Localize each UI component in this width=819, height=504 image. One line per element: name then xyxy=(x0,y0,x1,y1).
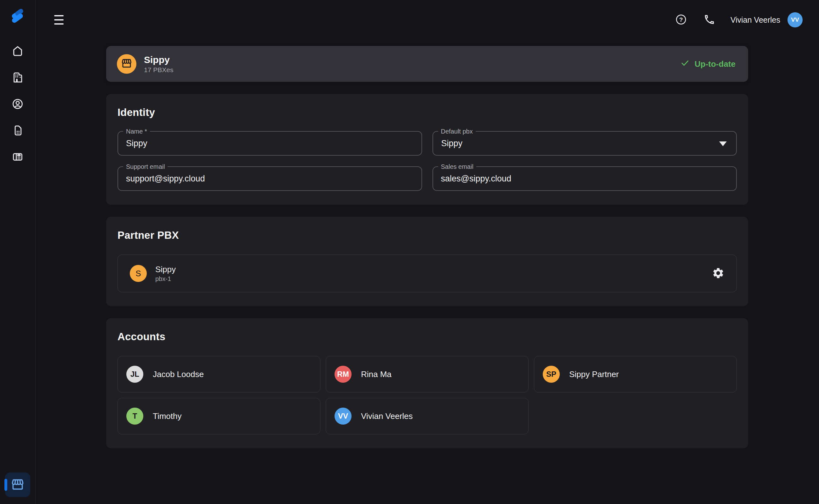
content: Sippy 17 PBXes Up-to-date Identity xyxy=(106,46,748,448)
app: ? Vivian Veerles VV xyxy=(0,0,819,504)
pbx-id: pbx-1 xyxy=(155,275,176,283)
gear-icon xyxy=(712,267,725,280)
sidebar-item-phones[interactable] xyxy=(11,151,25,164)
support-email-label: Support email xyxy=(123,163,168,171)
sales-email-label: Sales email xyxy=(438,163,476,171)
accounts-grid: JL Jacob Loodse RM Rina Ma SP Sippy Part… xyxy=(117,356,737,434)
sidebar-nav xyxy=(11,45,25,164)
phone-icon xyxy=(703,14,715,26)
user-menu[interactable]: Vivian Veerles VV xyxy=(730,12,803,27)
accounts-title: Accounts xyxy=(117,331,737,343)
account-avatar: JL xyxy=(126,366,143,383)
partner-avatar xyxy=(117,54,136,74)
pbx-name: Sippy xyxy=(155,265,176,274)
help-icon: ? xyxy=(675,14,687,26)
partner-header-texts: Sippy 17 PBXes xyxy=(144,54,173,74)
default-pbx-value: Sippy xyxy=(433,132,736,155)
status-label: Up-to-date xyxy=(695,59,736,69)
sidebar-item-home[interactable] xyxy=(11,45,25,58)
topbar: ? Vivian Veerles VV xyxy=(36,0,819,40)
pbx-list-item[interactable]: S Sippy pbx-1 xyxy=(117,255,737,292)
account-item-vivian-veerles[interactable]: VV Vivian Veerles xyxy=(326,398,529,434)
account-name: Vivian Veerles xyxy=(361,411,413,421)
partner-pbx-title: Partner PBX xyxy=(117,229,737,241)
partner-name: Sippy xyxy=(144,54,173,65)
name-field-label: Name * xyxy=(123,127,150,135)
support-email-field-wrapper: Support email xyxy=(117,166,422,191)
check-icon xyxy=(680,58,690,70)
storefront-icon xyxy=(121,58,132,70)
user-avatar: VV xyxy=(787,12,803,27)
account-name: Rina Ma xyxy=(361,369,392,379)
name-input[interactable] xyxy=(118,132,421,155)
sidebar-item-users[interactable] xyxy=(11,98,25,111)
sidebar-item-companies[interactable] xyxy=(11,71,25,84)
building-icon xyxy=(11,71,24,85)
account-avatar: RM xyxy=(335,366,352,383)
account-item-sippy-partner[interactable]: SP Sippy Partner xyxy=(534,356,737,392)
account-avatar: T xyxy=(126,408,143,425)
partner-header-card: Sippy 17 PBXes Up-to-date xyxy=(106,46,748,82)
account-item-timothy[interactable]: T Timothy xyxy=(117,398,320,434)
main-area: ? Vivian Veerles VV xyxy=(36,0,819,504)
sidebar-item-partner-store-active[interactable] xyxy=(5,473,30,497)
account-item-jacob-loodse[interactable]: JL Jacob Loodse xyxy=(117,356,320,392)
identity-card: Identity Name * Default pbx Sippy Suppor… xyxy=(106,94,748,205)
sales-email-field-wrapper: Sales email xyxy=(432,166,737,191)
account-item-rina-ma[interactable]: RM Rina Ma xyxy=(326,356,529,392)
account-name: Jacob Loodse xyxy=(153,369,204,379)
desk-phone-icon xyxy=(11,151,24,164)
status-badge: Up-to-date xyxy=(680,58,736,70)
chevron-down-icon xyxy=(719,141,727,146)
svg-text:?: ? xyxy=(679,16,683,23)
storefront-icon xyxy=(11,478,25,492)
hamburger-icon xyxy=(54,15,64,16)
name-field-wrapper: Name * xyxy=(117,131,422,156)
menu-button[interactable] xyxy=(54,13,64,26)
topbar-right: ? Vivian Veerles VV xyxy=(675,12,803,27)
default-pbx-label: Default pbx xyxy=(438,127,476,135)
account-avatar: SP xyxy=(543,366,560,383)
account-name: Timothy xyxy=(153,411,182,421)
account-avatar: VV xyxy=(335,408,352,425)
identity-fields: Name * Default pbx Sippy Support email S… xyxy=(117,131,737,191)
sippy-logo-icon xyxy=(8,6,27,25)
accounts-card: Accounts JL Jacob Loodse RM Rina Ma SP S… xyxy=(106,318,748,448)
sidebar-item-sims[interactable] xyxy=(11,124,25,137)
sales-email-input[interactable] xyxy=(433,167,736,190)
pbx-settings-button[interactable] xyxy=(711,266,726,282)
user-name: Vivian Veerles xyxy=(730,15,780,25)
help-button[interactable]: ? xyxy=(675,14,687,26)
sim-card-icon xyxy=(11,124,24,138)
partner-pbx-card: Partner PBX S Sippy pbx-1 xyxy=(106,217,748,306)
sidebar xyxy=(0,0,36,504)
default-pbx-select[interactable]: Default pbx Sippy xyxy=(432,131,737,156)
pbx-avatar: S xyxy=(130,265,147,282)
partner-pbx-count: 17 PBXes xyxy=(144,66,173,74)
home-icon xyxy=(11,45,24,58)
identity-title: Identity xyxy=(117,106,737,118)
active-indicator xyxy=(4,479,7,491)
call-button[interactable] xyxy=(703,14,715,26)
user-circle-icon xyxy=(11,98,24,111)
account-name: Sippy Partner xyxy=(569,369,619,379)
pbx-texts: Sippy pbx-1 xyxy=(155,265,176,283)
